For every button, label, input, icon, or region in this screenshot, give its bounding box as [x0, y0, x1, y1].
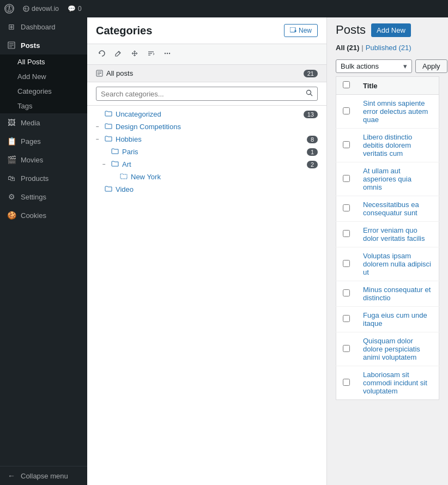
sidebar-item-all-posts[interactable]: All Posts — [0, 54, 87, 69]
tree-collapse-icon[interactable]: − — [96, 124, 102, 130]
sidebar-item-movies[interactable]: 🎬 Movies — [0, 150, 87, 169]
posts-filters-bar: All (21) | Published (21) — [336, 44, 439, 52]
bulk-actions-dropdown[interactable]: Bulk actions ▾ — [336, 59, 412, 73]
collapse-menu-button[interactable]: ← Collapse menu — [0, 466, 87, 485]
post-title-cell: Minus consequatur et distinctio — [356, 281, 439, 307]
sidebar-item-movies-label: Movies — [21, 156, 43, 164]
sidebar-item-dashboard[interactable]: ⊞ Dashboard — [0, 17, 87, 36]
apply-button[interactable]: Apply — [415, 59, 447, 73]
posts-title: Posts — [336, 23, 366, 37]
paris-label[interactable]: Paris — [122, 148, 138, 156]
svg-point-16 — [167, 53, 168, 54]
sidebar-item-pages[interactable]: 📋 Pages — [0, 132, 87, 150]
sort-button[interactable] — [145, 48, 157, 60]
sidebar-item-add-new[interactable]: Add New — [0, 69, 87, 84]
row-checkbox-cell — [336, 222, 357, 247]
select-all-checkbox[interactable] — [343, 81, 350, 88]
folder-icon — [111, 160, 119, 168]
wp-logo[interactable] — [4, 4, 14, 14]
row-checkbox[interactable] — [343, 204, 350, 211]
video-label[interactable]: Video — [116, 185, 134, 193]
search-button[interactable] — [306, 89, 313, 98]
post-title-link[interactable]: Error veniam quo dolor veritatis facilis — [363, 226, 425, 242]
row-checkbox[interactable] — [343, 345, 350, 352]
sidebar-item-settings[interactable]: ⚙ Settings — [0, 187, 87, 206]
row-checkbox[interactable] — [343, 260, 350, 267]
category-tree: Uncategorized 13 − Design Competitions − — [87, 106, 326, 485]
tree-item-hobbies[interactable]: − Hobbies 8 — [87, 133, 326, 146]
comments-link[interactable]: 💬 0 — [68, 5, 82, 13]
design-competitions-label[interactable]: Design Competitions — [116, 123, 181, 131]
post-title-link[interactable]: At ullam aut asperiores quia omnis — [363, 167, 411, 191]
site-name[interactable]: devowl.io — [23, 5, 59, 13]
row-checkbox[interactable] — [343, 230, 350, 237]
products-icon: 🛍 — [7, 173, 16, 183]
hobbies-label[interactable]: Hobbies — [116, 135, 142, 143]
edit-button[interactable] — [112, 48, 124, 60]
tree-item-design-competitions[interactable]: − Design Competitions — [87, 120, 326, 133]
media-icon: 🖼 — [7, 118, 16, 128]
row-checkbox[interactable] — [343, 315, 350, 322]
sidebar-item-media[interactable]: 🖼 Media — [0, 113, 87, 132]
collapse-icon: ← — [7, 471, 16, 481]
sidebar-item-categories[interactable]: Categories — [0, 84, 87, 99]
row-checkbox[interactable] — [343, 289, 350, 296]
post-title-cell: Quisquam dolor dolore perspiciatis animi… — [356, 332, 439, 366]
row-checkbox-cell — [336, 95, 357, 129]
post-title-link[interactable]: Quisquam dolor dolore perspiciatis animi… — [363, 337, 420, 361]
add-new-post-button[interactable]: Add New — [371, 23, 411, 37]
post-title-link[interactable]: Libero distinctio debitis dolorem verita… — [363, 133, 412, 157]
tree-item-paris[interactable]: Paris 1 — [87, 146, 326, 158]
tree-item-video[interactable]: Video — [87, 183, 326, 196]
post-title-link[interactable]: Voluptas ipsam dolorem nulla adipisci ut — [363, 252, 431, 276]
sidebar-item-products[interactable]: 🛍 Products — [0, 169, 87, 187]
tree-item-new-york[interactable]: New York — [87, 171, 326, 183]
sidebar-item-settings-label: Settings — [21, 193, 46, 201]
svg-point-15 — [165, 53, 166, 54]
row-checkbox[interactable] — [343, 379, 350, 386]
art-count: 2 — [307, 161, 318, 168]
post-title-link[interactable]: Necessitatibus ea consequatur sunt — [363, 201, 419, 217]
post-title-link[interactable]: Laboriosam sit commodi incidunt sit volu… — [363, 371, 427, 395]
move-button[interactable] — [129, 48, 141, 60]
search-input[interactable] — [101, 90, 306, 98]
art-label[interactable]: Art — [122, 160, 131, 168]
new-york-label[interactable]: New York — [131, 173, 161, 181]
categories-toolbar — [87, 44, 326, 65]
svg-rect-8 — [290, 27, 295, 32]
more-button[interactable] — [161, 48, 173, 60]
all-posts-row[interactable]: All posts 21 — [87, 65, 326, 82]
svg-point-17 — [169, 53, 170, 54]
comments-icon: 💬 — [68, 5, 76, 13]
refresh-button[interactable] — [96, 48, 108, 60]
tree-item-art[interactable]: − Art 2 — [87, 158, 326, 171]
post-title-link[interactable]: Minus consequatur et distinctio — [363, 286, 431, 302]
row-checkbox[interactable] — [343, 175, 350, 182]
comments-count: 0 — [78, 5, 82, 13]
categories-panel: Categories New — [87, 17, 327, 485]
filter-published[interactable]: Published (21) — [366, 44, 411, 52]
sidebar-item-posts[interactable]: Posts — [0, 36, 87, 54]
tree-collapse-hobbies-icon[interactable]: − — [96, 136, 102, 142]
tree-collapse-art-icon[interactable]: − — [102, 161, 109, 167]
tree-item-uncategorized[interactable]: Uncategorized 13 — [87, 108, 326, 120]
drag-handle[interactable] — [324, 17, 326, 485]
new-button[interactable]: New — [284, 24, 318, 37]
table-row: Error veniam quo dolor veritatis facilis — [336, 222, 439, 247]
post-title-link[interactable]: Fuga eius cum unde itaque — [363, 311, 427, 328]
post-title-link[interactable]: Sint omnis sapiente error delectus autem… — [363, 99, 428, 124]
filter-all[interactable]: All (21) — [336, 44, 359, 52]
row-checkbox[interactable] — [343, 107, 350, 114]
uncategorized-label[interactable]: Uncategorized — [116, 110, 161, 118]
row-checkbox-cell — [336, 129, 357, 162]
chevron-down-icon: ▾ — [403, 62, 407, 70]
sidebar-item-products-label: Products — [21, 174, 49, 183]
folder-icon — [120, 173, 128, 181]
sidebar-item-tags[interactable]: Tags — [0, 99, 87, 113]
uncategorized-count: 13 — [304, 111, 318, 118]
categories-title: Categories — [96, 25, 152, 37]
row-checkbox[interactable] — [343, 141, 350, 148]
sidebar-item-cookies-label: Cookies — [21, 211, 46, 220]
sidebar-item-cookies[interactable]: 🍪 Cookies — [0, 206, 87, 225]
sidebar-item-media-label: Media — [21, 119, 40, 127]
